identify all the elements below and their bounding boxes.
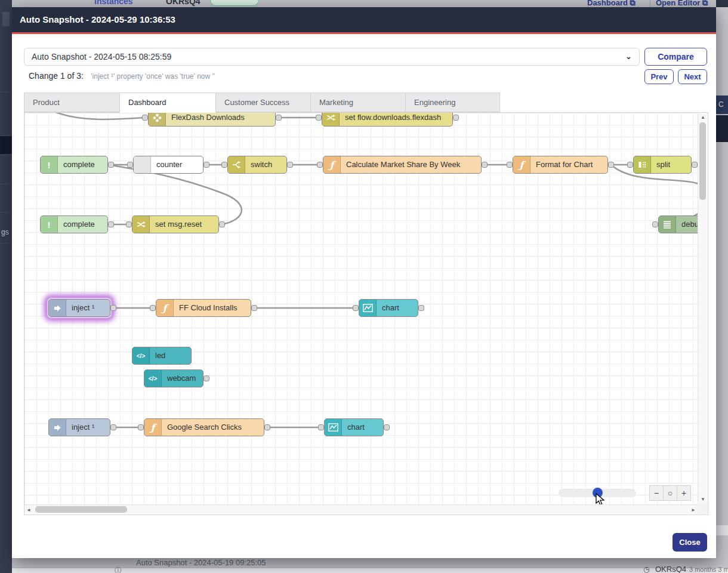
node-port[interactable] — [142, 115, 148, 121]
zoom-out-button[interactable]: − — [649, 485, 664, 501]
flow-node-complete2[interactable]: !complete — [40, 215, 108, 233]
change-icon — [132, 216, 150, 233]
flow-node-format[interactable]: ƒFormat for Chart — [513, 156, 608, 174]
change-summary: Change 1 of 3: 'inject ¹' property 'once… — [29, 70, 215, 84]
flow-node-ffcloud[interactable]: ƒFF Cloud Installs — [156, 299, 251, 317]
snapshot-list-item: Auto Snapshot - 2024-05-19 09:25:05 — [136, 558, 266, 567]
flow-node-google[interactable]: ƒGoogle Search Clicks — [144, 418, 264, 436]
flow-node-setreset[interactable]: set msg.reset — [132, 215, 219, 233]
node-port[interactable] — [138, 424, 144, 430]
node-port[interactable] — [318, 424, 324, 430]
flow-node-chart1[interactable]: chart — [359, 299, 418, 317]
flow-canvas[interactable]: − ○ + FlexDash Downloadsset flow.downloa… — [24, 113, 698, 504]
mouse-cursor — [595, 493, 606, 504]
split-icon — [634, 156, 651, 173]
info-icon: ⓘ — [115, 566, 122, 573]
flow-node-led[interactable]: </>led — [132, 347, 192, 365]
flow-node-debug[interactable]: debug — [658, 215, 698, 233]
change-detail-text: 'inject ¹' property 'once' was 'true' no… — [91, 72, 215, 81]
node-port[interactable] — [482, 162, 488, 168]
node-port[interactable] — [507, 162, 513, 168]
horizontal-scrollbar[interactable]: ◄ ► — [24, 504, 698, 514]
background-bottom-strip: Auto Snapshot - 2024-05-19 09:25:05 ⓘ ◷ … — [12, 558, 728, 573]
node-port[interactable] — [126, 221, 132, 227]
node-port[interactable] — [110, 424, 116, 430]
right-edge-button-partial[interactable]: C — [716, 96, 728, 114]
node-port[interactable] — [203, 162, 209, 168]
node-label: switch — [245, 156, 286, 173]
instances-link[interactable]: Instances — [94, 0, 133, 6]
node-port[interactable] — [150, 305, 156, 311]
sidebar-logo — [2, 12, 10, 26]
node-port[interactable] — [627, 162, 633, 168]
node-label: counter — [151, 156, 203, 173]
node-port[interactable] — [692, 162, 698, 168]
chevron-down-icon: ⌄ — [625, 48, 632, 65]
flexdash-icon — [149, 113, 166, 126]
tab-marketing[interactable]: Marketing — [310, 93, 406, 112]
close-button[interactable]: Close — [673, 533, 707, 552]
flow-node-calc[interactable]: ƒCalculate Market Share By Week — [323, 156, 482, 174]
flow-node-flexdash[interactable]: FlexDash Downloads — [148, 113, 276, 127]
flow-node-complete1[interactable]: !complete — [40, 156, 108, 174]
node-label: FF Cloud Installs — [174, 300, 251, 316]
node-port[interactable] — [453, 115, 459, 121]
scroll-down-icon[interactable]: ▼ — [701, 497, 705, 503]
dashboard-button[interactable]: Dashboard ⧉ — [587, 0, 636, 7]
node-port[interactable] — [219, 221, 225, 227]
flow-node-inject1[interactable]: inject ¹ — [48, 299, 110, 317]
template-icon: </> — [144, 370, 162, 387]
node-port[interactable] — [264, 424, 270, 430]
vertical-scrollbar[interactable]: ▲ ▼ — [698, 113, 707, 504]
snapshot-select[interactable]: Auto Snapshot - 2024-05-15 08:25:59 ⌄ — [24, 48, 640, 66]
flow-node-counter[interactable]: counter — [133, 156, 203, 174]
next-change-button[interactable]: Next — [678, 69, 707, 84]
node-port[interactable] — [316, 115, 322, 121]
sidebar-active-item — [0, 136, 12, 154]
zoom-in-button[interactable]: + — [677, 485, 691, 501]
node-port[interactable] — [353, 305, 359, 311]
node-label: split — [651, 156, 691, 173]
node-label: set flow.downloads.flexdash — [340, 113, 452, 126]
function-icon: ƒ — [156, 300, 174, 316]
tab-customer-success[interactable]: Customer Success — [215, 93, 311, 112]
node-port[interactable] — [652, 221, 658, 227]
node-port[interactable] — [221, 162, 227, 168]
dialog-header: Auto Snapshot - 2024-05-29 10:36:53 — [12, 7, 716, 34]
flow-node-chart2[interactable]: chart — [324, 418, 384, 436]
node-port[interactable] — [108, 162, 114, 168]
flow-node-switch[interactable]: switch — [227, 156, 287, 174]
compare-button[interactable]: Compare — [644, 48, 707, 66]
node-port[interactable] — [203, 375, 209, 381]
flow-node-setflow[interactable]: set flow.downloads.flexdash — [322, 113, 453, 127]
clock-icon: ◷ — [643, 565, 649, 573]
zoom-reset-button[interactable]: ○ — [663, 485, 677, 501]
node-label: FlexDash Downloads — [166, 113, 275, 126]
node-port[interactable] — [251, 305, 257, 311]
node-label: chart — [342, 419, 383, 436]
scroll-left-icon[interactable]: ◄ — [26, 507, 31, 513]
tab-product[interactable]: Product — [24, 93, 120, 112]
node-port[interactable] — [276, 115, 282, 121]
node-port[interactable] — [110, 305, 116, 311]
tab-dashboard[interactable]: Dashboard — [119, 93, 216, 113]
node-port[interactable] — [384, 424, 390, 430]
tab-bar: ProductDashboardCustomer SuccessMarketin… — [24, 93, 500, 113]
scroll-up-icon[interactable]: ▲ — [701, 115, 705, 121]
prev-change-button[interactable]: Prev — [644, 69, 674, 84]
flow-node-split[interactable]: split — [633, 156, 692, 174]
node-port[interactable] — [287, 162, 293, 168]
node-port[interactable] — [418, 305, 424, 311]
node-label: Format for Chart — [530, 156, 607, 173]
horizontal-scrollbar-thumb[interactable] — [35, 506, 127, 513]
flow-node-inject2[interactable]: inject ¹ — [48, 418, 110, 436]
node-port[interactable] — [317, 162, 323, 168]
open-editor-button[interactable]: Open Editor ⧉ — [656, 0, 708, 7]
node-port[interactable] — [608, 162, 614, 168]
node-port[interactable] — [108, 221, 114, 227]
vertical-scrollbar-thumb[interactable] — [699, 122, 706, 200]
scroll-right-icon[interactable]: ► — [691, 507, 696, 513]
tab-engineering[interactable]: Engineering — [405, 93, 500, 112]
flow-node-webcam[interactable]: </>webcam — [144, 369, 203, 387]
node-port[interactable] — [127, 162, 133, 168]
